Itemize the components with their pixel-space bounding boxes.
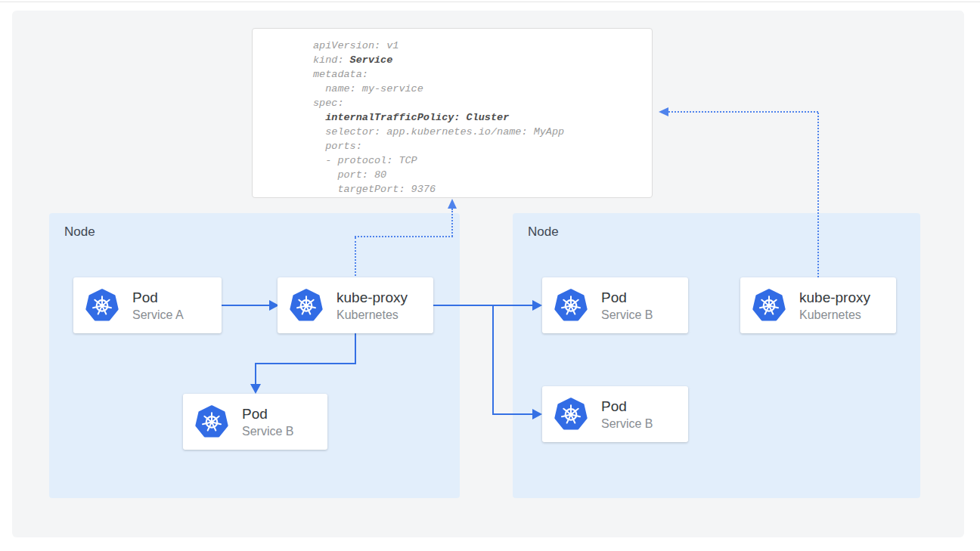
arrowhead-down-icon xyxy=(250,384,261,394)
yaml-line: selector: app.kubernetes.io/name: MyApp xyxy=(313,125,564,139)
node-right-label: Node xyxy=(528,224,559,240)
pod-subtitle: Service B xyxy=(242,423,293,440)
kubernetes-icon xyxy=(554,289,588,322)
pod-service-a-box: Pod Service A xyxy=(73,277,222,333)
yaml-line: internalTrafficPolicy: Cluster xyxy=(313,110,564,125)
pod-title: Pod xyxy=(242,404,293,423)
pod-title: Pod xyxy=(132,288,184,307)
kubernetes-icon xyxy=(195,405,228,438)
arrowhead-up-icon xyxy=(448,199,457,209)
arrowhead-left-icon xyxy=(659,107,668,116)
yaml-line: spec: xyxy=(313,96,564,110)
kubernetes-icon xyxy=(290,289,323,322)
pod-title: Pod xyxy=(601,397,653,416)
kube-proxy-left-box: kube-proxy Kubernetes xyxy=(278,277,433,333)
arrowhead-right-icon xyxy=(532,300,542,311)
pod-service-b-right-top-box: Pod Service B xyxy=(542,277,688,333)
arrowhead-right-icon xyxy=(532,409,542,419)
service-yaml-code: apiVersion: v1 kind: Service metadata: n… xyxy=(313,39,564,197)
yaml-line: metadata: xyxy=(313,67,564,82)
yaml-line: ports: xyxy=(313,139,564,153)
kube-proxy-subtitle: Kubernetes xyxy=(799,307,870,323)
yaml-line: name: my-service xyxy=(313,82,564,96)
node-right: Node xyxy=(513,213,920,498)
kubernetes-icon xyxy=(554,398,588,431)
yaml-line: port: 80 xyxy=(313,168,564,182)
top-divider xyxy=(0,2,980,2)
kube-proxy-right-box: kube-proxy Kubernetes xyxy=(740,277,896,333)
yaml-line: - protocol: TCP xyxy=(313,153,564,168)
pod-title: Pod xyxy=(601,288,653,307)
pod-service-b-right-bottom-box: Pod Service B xyxy=(542,386,688,442)
kube-proxy-title: kube-proxy xyxy=(336,288,408,307)
node-left: Node xyxy=(49,213,460,498)
kube-proxy-title: kube-proxy xyxy=(799,288,870,307)
kubernetes-icon xyxy=(85,289,119,322)
kubernetes-icon xyxy=(752,289,786,322)
pod-service-b-left-box: Pod Service B xyxy=(183,394,327,450)
yaml-line: apiVersion: v1 xyxy=(313,39,564,53)
yaml-line: kind: Service xyxy=(313,53,564,67)
kube-proxy-subtitle: Kubernetes xyxy=(336,307,408,323)
pod-subtitle: Service B xyxy=(601,416,653,432)
pod-subtitle: Service B xyxy=(601,307,653,323)
service-yaml-card: apiVersion: v1 kind: Service metadata: n… xyxy=(252,28,653,198)
yaml-line: targetPort: 9376 xyxy=(313,182,564,197)
node-left-label: Node xyxy=(64,224,95,240)
pod-subtitle: Service A xyxy=(132,307,184,323)
